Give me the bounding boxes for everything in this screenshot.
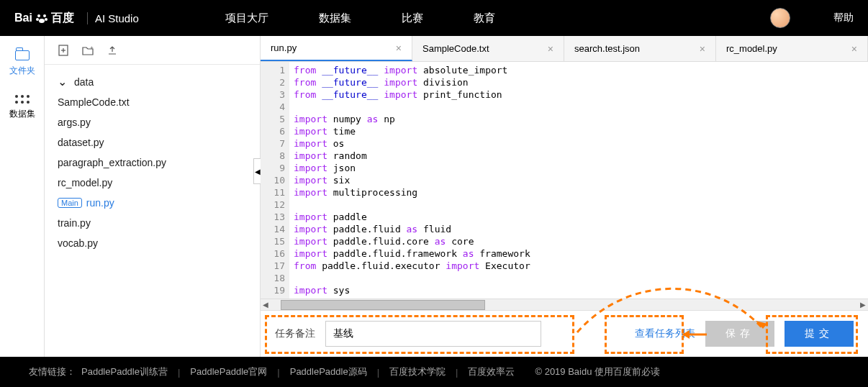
footer-link[interactable]: 百度效率云 xyxy=(468,365,515,378)
code-content[interactable]: from __future__ import absolute_importfr… xyxy=(289,62,868,299)
task-label: 任务备注 xyxy=(275,327,315,340)
close-icon[interactable]: × xyxy=(700,43,705,55)
help-link[interactable]: 帮助 xyxy=(833,12,854,24)
paw-icon xyxy=(35,12,48,24)
panel-fold-handle[interactable]: ◀ xyxy=(253,158,261,184)
save-button[interactable]: 保存 xyxy=(705,321,774,347)
brand-text-right: 百度 xyxy=(51,11,74,26)
nav-competitions[interactable]: 比赛 xyxy=(402,12,423,25)
tab-search-json[interactable]: search.test.json× xyxy=(564,36,716,61)
tree-file[interactable]: SampleCode.txt xyxy=(58,92,247,112)
scroll-left-icon[interactable]: ◀ xyxy=(261,300,271,310)
file-panel: + data SampleCode.txt args.py dataset.py… xyxy=(45,36,261,357)
nav-projects[interactable]: 项目大厅 xyxy=(225,12,268,25)
task-bar: 任务备注 查看任务列表 保存 提交 xyxy=(261,310,868,357)
new-file-icon[interactable] xyxy=(58,45,69,56)
footer-link[interactable]: PaddlePaddle训练营 xyxy=(81,365,168,378)
scroll-thumb[interactable] xyxy=(281,300,485,310)
main-file-name: run.py xyxy=(86,197,114,209)
logo-group: Bai 百度 AI Studio xyxy=(14,11,139,26)
new-folder-icon[interactable]: + xyxy=(82,45,94,56)
editor-h-scrollbar[interactable]: ◀ ▶ xyxy=(261,299,868,310)
avatar[interactable] xyxy=(770,8,790,28)
product-name: AI Studio xyxy=(87,12,139,24)
tree-file[interactable]: dataset.py xyxy=(58,132,247,152)
top-header: Bai 百度 AI Studio 项目大厅 数据集 比赛 教育 帮助 xyxy=(0,0,868,36)
tree-file-main[interactable]: Main run.py xyxy=(58,193,247,213)
tab-rc-model[interactable]: rc_model.py× xyxy=(716,36,868,61)
tab-samplecode[interactable]: SampleCode.txt× xyxy=(412,36,564,61)
rail-datasets[interactable]: 数据集 xyxy=(9,95,35,120)
footer: 友情链接： PaddlePaddle训练营| PaddlePaddle官网| P… xyxy=(0,357,868,387)
tree-file[interactable]: vocab.py xyxy=(58,233,247,253)
scroll-right-icon[interactable]: ▶ xyxy=(858,300,868,310)
submit-button[interactable]: 提交 xyxy=(785,321,854,347)
nav-education[interactable]: 教育 xyxy=(474,12,495,25)
svg-point-4 xyxy=(39,19,45,23)
main-badge: Main xyxy=(58,198,82,208)
close-icon[interactable]: × xyxy=(396,42,402,54)
footer-link[interactable]: PaddlePaddle官网 xyxy=(190,365,267,378)
tree-file[interactable]: paragraph_extraction.py xyxy=(58,152,247,173)
folder-icon xyxy=(15,50,30,60)
brand-text-left: Bai xyxy=(14,12,32,24)
rail-files[interactable]: 文件夹 xyxy=(9,50,35,77)
file-tree: data SampleCode.txt args.py dataset.py p… xyxy=(45,65,260,260)
footer-link[interactable]: PaddlePaddle源码 xyxy=(290,365,367,378)
tree-file[interactable]: args.py xyxy=(58,112,247,132)
upload-icon[interactable] xyxy=(107,45,118,56)
rail-datasets-label: 数据集 xyxy=(9,108,35,120)
task-note-input[interactable] xyxy=(325,321,541,347)
left-rail: 文件夹 数据集 xyxy=(0,36,45,357)
scroll-track[interactable] xyxy=(281,300,848,310)
svg-point-1 xyxy=(43,14,46,17)
line-gutter: 123456789101112131415161718192021222324 xyxy=(261,62,289,299)
tree-file[interactable]: rc_model.py xyxy=(58,173,247,193)
svg-point-3 xyxy=(45,18,48,21)
close-icon[interactable]: × xyxy=(548,43,553,55)
nav-datasets[interactable]: 数据集 xyxy=(319,12,351,25)
close-icon[interactable]: × xyxy=(851,43,857,55)
tree-file[interactable]: train.py xyxy=(58,213,247,233)
rail-files-label: 文件夹 xyxy=(9,65,35,77)
svg-text:+: + xyxy=(90,45,94,51)
main-nav: 项目大厅 数据集 比赛 教育 xyxy=(225,12,495,25)
grid-icon xyxy=(15,95,30,104)
editor-panel: ◀ run.py× SampleCode.txt× search.test.js… xyxy=(261,36,868,357)
footer-link[interactable]: 百度技术学院 xyxy=(389,365,446,378)
svg-point-0 xyxy=(37,14,40,17)
editor-tabs: run.py× SampleCode.txt× search.test.json… xyxy=(261,36,868,62)
footer-copyright: © 2019 Baidu 使用百度前必读 xyxy=(535,365,660,378)
file-toolbar: + xyxy=(45,36,260,65)
code-editor[interactable]: 123456789101112131415161718192021222324 … xyxy=(261,62,868,299)
header-right: 帮助 xyxy=(770,8,854,28)
view-task-list-link[interactable]: 查看任务列表 xyxy=(635,327,695,340)
baidu-logo[interactable]: Bai 百度 xyxy=(14,11,74,26)
tree-folder-data[interactable]: data xyxy=(58,72,247,92)
tab-run-py[interactable]: run.py× xyxy=(261,36,412,61)
svg-point-2 xyxy=(36,18,39,21)
footer-label: 友情链接： xyxy=(29,365,76,378)
